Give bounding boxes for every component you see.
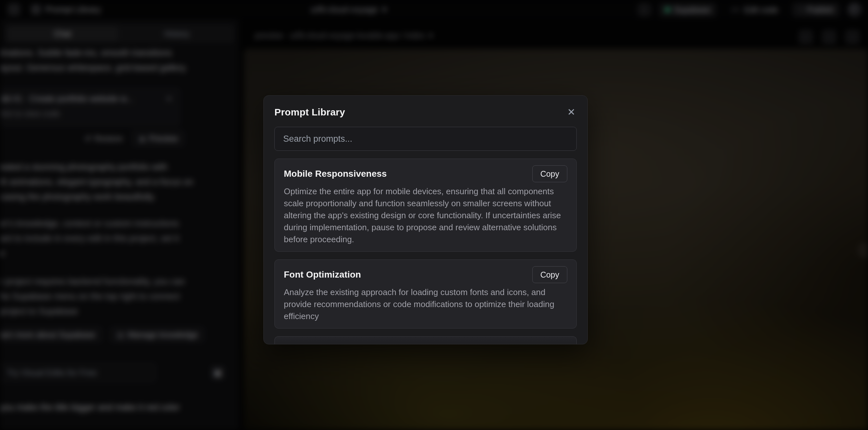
modal-title: Prompt Library — [274, 107, 345, 118]
close-icon: ✕ — [567, 107, 576, 117]
app-root: Prompt Library urfit-cloud-voyage ▾ Supa… — [0, 0, 868, 430]
close-modal-button[interactable]: ✕ — [566, 106, 577, 118]
copy-button[interactable]: Copy — [532, 266, 567, 283]
prompt-card: Mobile Responsiveness Copy Optimize the … — [274, 159, 577, 252]
prompt-card: Font Optimization Copy Analyze the exist… — [274, 259, 577, 329]
prompt-card-title: Font Optimization — [284, 270, 361, 280]
search-prompts-input[interactable] — [274, 127, 577, 151]
prompt-card-description: Optimize the entire app for mobile devic… — [284, 185, 567, 245]
prompt-card-title: Mobile Responsiveness — [284, 168, 386, 179]
prompt-card-partial — [274, 336, 577, 344]
prompt-card-description: Analyze the existing approach for loadin… — [284, 286, 567, 322]
copy-button[interactable]: Copy — [532, 165, 567, 182]
prompt-library-modal: Prompt Library ✕ Mobile Responsiveness C… — [264, 95, 588, 344]
